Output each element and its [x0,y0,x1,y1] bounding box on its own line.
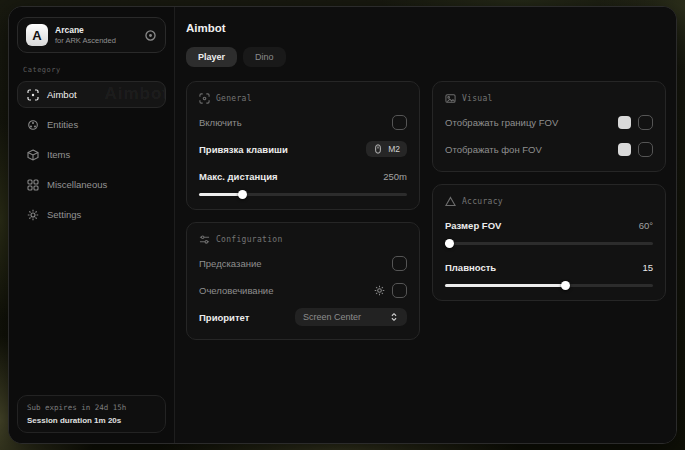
fov-size-value: 60° [639,220,653,231]
fov-border-checkbox[interactable] [638,115,653,130]
sliders-icon [199,234,210,245]
tab-player[interactable]: Player [186,47,237,67]
app-subtitle: for ARK Ascended [55,36,116,45]
fov-size-slider[interactable] [445,242,653,245]
entities-icon [27,119,39,131]
sidebar-item-miscellaneous[interactable]: Miscellaneous [17,171,166,198]
page-title: Aimbot [186,22,666,34]
prediction-label: Предсказание [199,258,262,269]
card-columns: General Включить Привязка клавиши [186,81,666,340]
app-window: A Arcane for ARK Ascended Category [8,6,677,444]
priority-selected-value: Screen Center [303,312,361,322]
keybind-value: M2 [388,144,400,154]
brand-text: Arcane for ARK Ascended [55,25,116,45]
prediction-row: Предсказание [199,254,407,272]
slider-fill [445,284,566,287]
right-column: Visual Отображать границу FOV Отображать… [432,81,666,301]
session-duration-text: Session duration 1m 20s [27,415,156,426]
aimbot-watermark: Aimbot [104,84,166,104]
enable-label: Включить [199,117,242,128]
sidebar-item-label: Settings [47,209,81,220]
distance-slider[interactable] [199,193,407,196]
app-name: Arcane [55,25,116,36]
sidebar-item-label: Miscellaneous [47,179,107,190]
configuration-card: Configuration Предсказание Очеловечивани… [186,222,420,340]
fov-border-row: Отображать границу FOV [445,113,653,131]
brand-card: A Arcane for ARK Ascended [17,17,166,53]
sidebar-item-settings[interactable]: Settings [17,201,166,228]
fov-background-color-swatch[interactable] [618,143,631,156]
humanization-settings-gear-icon[interactable] [374,285,385,296]
scan-icon [199,93,210,104]
fov-border-controls [618,115,653,130]
card-title: Visual [462,94,493,103]
target-icon[interactable] [144,29,157,42]
session-card: Sub expires in 24d 15h Session duration … [17,395,166,433]
sidebar: A Arcane for ARK Ascended Category [9,7,175,443]
enable-row: Включить [199,113,407,131]
fov-border-color-swatch[interactable] [618,116,631,129]
distance-value: 250m [383,171,407,182]
category-label: Category [23,66,160,74]
sidebar-item-label: Items [47,149,70,160]
sidebar-item-label: Aimbot [47,89,77,100]
fov-size-row: Размер FOV 60° [445,216,653,234]
smoothness-value: 15 [642,262,653,273]
sidebar-item-items[interactable]: Items [17,141,166,168]
sidebar-item-aimbot[interactable]: Aimbot Aimbot [17,81,166,108]
image-icon [445,93,456,104]
accuracy-card: Accuracy Размер FOV 60° Плавность 15 [432,184,666,301]
sidebar-item-label: Entities [47,119,78,130]
package-icon [27,149,39,161]
distance-row: Макс. дистанция 250m [199,167,407,185]
general-card: General Включить Привязка клавиши [186,81,420,210]
sub-expires-text: Sub expires in 24d 15h [27,402,156,415]
smoothness-row: Плавность 15 [445,258,653,276]
prediction-checkbox[interactable] [392,256,407,271]
keybind-row: Привязка клавиши M2 [199,140,407,158]
priority-label: Приоритет [199,312,249,323]
accuracy-card-header: Accuracy [445,196,653,207]
general-card-header: General [199,93,407,104]
priority-dropdown[interactable]: Screen Center [295,308,407,326]
distance-label: Макс. дистанция [199,171,278,182]
card-title: General [216,94,252,103]
fov-background-row: Отображать фон FOV [445,140,653,158]
slider-thumb[interactable] [238,190,247,199]
smoothness-label: Плавность [445,262,496,273]
keybind-button[interactable]: M2 [366,141,407,157]
sidebar-nav: Aimbot Aimbot Entities [17,81,166,228]
app-logo: A [26,24,48,46]
fov-background-checkbox[interactable] [638,142,653,157]
slider-thumb[interactable] [445,239,454,248]
humanization-row: Очеловечивание [199,281,407,299]
humanization-controls [374,283,407,298]
fov-size-label: Размер FOV [445,220,501,231]
card-title: Configuration [216,235,283,244]
tab-dino[interactable]: Dino [243,47,286,67]
chevron-up-down-icon [389,312,399,322]
configuration-card-header: Configuration [199,234,407,245]
enable-checkbox[interactable] [392,115,407,130]
humanization-checkbox[interactable] [392,283,407,298]
triangle-icon [445,196,456,207]
crosshair-icon [27,89,39,101]
smoothness-slider[interactable] [445,284,653,287]
gear-icon [27,209,39,221]
fov-background-controls [618,142,653,157]
card-title: Accuracy [462,197,503,206]
tab-bar: Player Dino [186,47,666,67]
slider-thumb[interactable] [561,281,570,290]
visual-card-header: Visual [445,93,653,104]
grid-icon [27,179,39,191]
slider-fill [199,193,243,196]
left-column: General Включить Привязка клавиши [186,81,420,340]
humanization-label: Очеловечивание [199,285,273,296]
keybind-label: Привязка клавиши [199,144,288,155]
sidebar-item-entities[interactable]: Entities [17,111,166,138]
main-content: Aimbot Player Dino Gener [175,7,676,443]
fov-border-label: Отображать границу FOV [445,117,558,128]
mouse-icon [373,144,383,154]
fov-background-label: Отображать фон FOV [445,144,542,155]
priority-row: Приоритет Screen Center [199,308,407,326]
